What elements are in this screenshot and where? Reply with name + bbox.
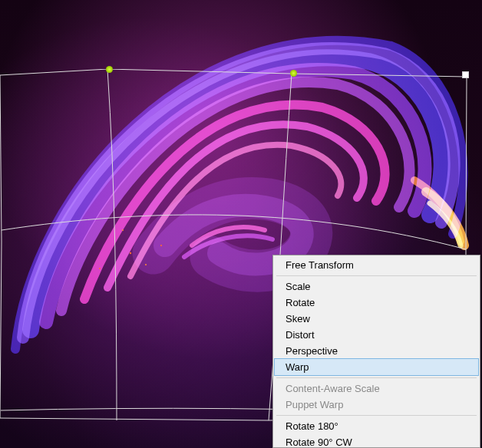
menu-separator bbox=[276, 415, 477, 416]
menu-item-free-transform[interactable]: Free Transform bbox=[275, 257, 478, 273]
transform-context-menu: Free Transform Scale Rotate Skew Distort… bbox=[272, 255, 480, 448]
menu-item-perspective[interactable]: Perspective bbox=[275, 343, 478, 359]
menu-item-rotate-180[interactable]: Rotate 180° bbox=[275, 418, 478, 434]
menu-item-warp[interactable]: Warp bbox=[274, 358, 479, 376]
menu-separator bbox=[276, 377, 477, 378]
anchor-point[interactable] bbox=[106, 66, 113, 73]
menu-separator bbox=[276, 275, 477, 276]
anchor-point[interactable] bbox=[290, 70, 297, 77]
menu-item-scale[interactable]: Scale bbox=[275, 278, 478, 295]
menu-item-rotate[interactable]: Rotate bbox=[275, 295, 478, 311]
menu-item-distort[interactable]: Distort bbox=[275, 327, 478, 343]
menu-item-rotate-90-cw[interactable]: Rotate 90° CW bbox=[275, 434, 478, 448]
menu-item-puppet-warp: Puppet Warp bbox=[275, 397, 478, 413]
canvas-viewport[interactable]: Free Transform Scale Rotate Skew Distort… bbox=[0, 0, 482, 448]
menu-item-content-aware-scale: Content-Aware Scale bbox=[275, 380, 478, 397]
menu-item-skew[interactable]: Skew bbox=[275, 311, 478, 327]
transform-handle[interactable] bbox=[462, 71, 469, 78]
